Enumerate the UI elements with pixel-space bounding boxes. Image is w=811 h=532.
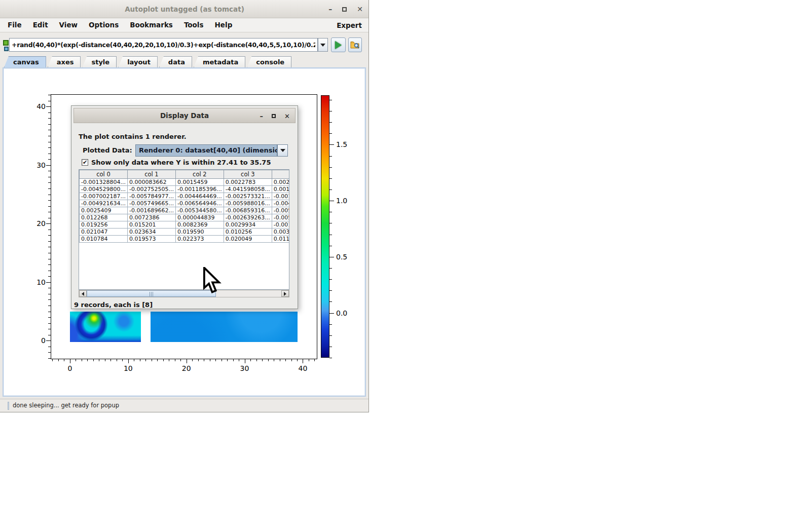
window-close-icon[interactable]: ✕	[357, 6, 363, 13]
column-header[interactable]: col 3	[224, 170, 272, 179]
x-axis-tick	[134, 359, 134, 361]
y-axis-tick	[48, 312, 51, 312]
y-axis-tick	[48, 276, 51, 277]
colorbar-tick	[329, 133, 332, 134]
menu-options[interactable]: Options	[83, 18, 124, 32]
column-header[interactable]: col 2	[175, 170, 224, 179]
x-axis-tick	[268, 359, 269, 361]
colorbar-tick	[329, 189, 332, 190]
y-axis-tick	[48, 299, 51, 300]
uri-input[interactable]	[9, 38, 318, 52]
scroll-track[interactable]	[87, 290, 281, 297]
table-row[interactable]: -0.007002187...-0.005784977...-0.0044644…	[80, 193, 290, 200]
table-cell: -0.005146240...	[272, 214, 289, 221]
expert-menu[interactable]: Expert	[337, 21, 369, 29]
y-axis-label: 10	[28, 278, 46, 286]
x-axis-tick	[140, 359, 140, 361]
y-axis-tick	[48, 101, 51, 101]
scroll-right-button[interactable]	[281, 290, 289, 297]
y-axis-tick	[48, 264, 51, 265]
table-cell: -0.004294298...	[272, 200, 289, 207]
dialog-minimize-icon[interactable]: –	[260, 112, 264, 120]
tab-data[interactable]: data	[159, 56, 192, 67]
menu-edit[interactable]: Edit	[27, 18, 54, 32]
x-axis-tick	[314, 359, 315, 361]
menu-bookmarks[interactable]: Bookmarks	[124, 18, 178, 32]
table-row[interactable]: -0.001328804...0.0000836620.00154590.002…	[80, 179, 290, 186]
table-cell: -0.005749665...	[127, 200, 175, 207]
renderer-combobox-arrow[interactable]	[277, 144, 288, 157]
dialog-close-icon[interactable]: ✕	[284, 112, 290, 120]
colorbar-label: 0.0	[336, 309, 347, 317]
tab-metadata[interactable]: metadata	[194, 56, 245, 67]
table-row[interactable]: 0.0122680.00723860.000044839-0.002639263…	[80, 214, 290, 221]
menu-tools[interactable]: Tools	[178, 18, 209, 32]
triangle-right-icon	[284, 292, 286, 296]
table-hscrollbar[interactable]	[79, 290, 289, 297]
x-axis-label: 40	[298, 364, 307, 372]
filter-checkbox-label: Show only data where Y is within 27.41 t…	[91, 159, 271, 166]
y-axis-tick	[48, 358, 51, 359]
table-row[interactable]: 0.0192560.0152010.00823690.0029934-0.001…	[80, 221, 290, 229]
data-table: col 0col 1col 2col 3col 4 -0.001328804..…	[79, 170, 289, 243]
menu-file[interactable]: File	[2, 18, 27, 32]
table-cell: -0.005784977...	[127, 193, 175, 200]
inspect-uri-button[interactable]	[348, 37, 362, 52]
y-axis-tick	[48, 323, 51, 324]
scroll-left-button[interactable]	[79, 290, 87, 297]
table-cell: -0.001333864...	[272, 221, 289, 229]
y-axis-tick	[48, 288, 51, 288]
table-row[interactable]: -0.004529800...-0.002752505...-0.0011853…	[80, 186, 290, 193]
x-axis-tick	[87, 359, 88, 361]
x-axis-tick	[192, 359, 193, 361]
window-maximize-icon[interactable]	[342, 7, 347, 12]
x-axis-tick	[169, 359, 169, 361]
dialog-title: Display Data	[160, 111, 209, 120]
tab-axes[interactable]: axes	[48, 56, 81, 67]
go-plot-button[interactable]	[331, 37, 346, 52]
renderer-combobox[interactable]: Renderer 0: dataset[40,40] (dimension...	[135, 144, 277, 157]
spectrogram-strip-right[interactable]	[151, 312, 298, 342]
plot-element-icon[interactable]	[3, 40, 9, 46]
colorbar-tick	[329, 279, 332, 280]
x-axis-label: 10	[124, 364, 133, 372]
filter-checkbox[interactable]: ✔	[82, 159, 88, 166]
y-axis-tick	[48, 159, 51, 160]
window-titlebar[interactable]: Autoplot untagged (as tomcat) – ✕	[0, 0, 369, 18]
window-minimize-icon[interactable]: –	[328, 6, 332, 13]
dialog-titlebar[interactable]: Display Data – ✕	[73, 108, 296, 123]
x-axis-tick	[227, 359, 228, 361]
table-row[interactable]: 0.0107840.0195730.0223730.0200490.011997…	[80, 236, 290, 243]
column-header[interactable]: col 4	[272, 170, 289, 179]
colorbar-tick	[329, 144, 334, 145]
uri-dropdown-button[interactable]	[318, 38, 328, 52]
y-axis-label: 20	[28, 219, 46, 227]
table-row[interactable]: 0.0025409-0.001689662...-0.005344580...-…	[80, 207, 290, 214]
table-cell: -0.001199077...	[272, 193, 289, 200]
y-axis-tick	[48, 317, 51, 318]
spectrogram-strip-left[interactable]	[70, 312, 141, 342]
menu-view[interactable]: View	[54, 18, 83, 32]
x-axis-tick	[303, 359, 303, 363]
dialog-maximize-icon[interactable]	[272, 114, 276, 118]
table-row[interactable]: -0.004921634...-0.005749665...-0.0065649…	[80, 200, 290, 207]
table-cell: 0.0015459	[175, 179, 224, 186]
column-header[interactable]: col 1	[127, 170, 175, 179]
tab-console[interactable]: console	[247, 56, 291, 67]
tab-canvas[interactable]: canvas	[4, 56, 46, 67]
table-cell: 0.019573	[127, 236, 175, 243]
column-header[interactable]: col 0	[80, 170, 128, 179]
tab-layout[interactable]: layout	[118, 56, 158, 67]
y-axis-tick	[46, 223, 51, 224]
menu-help[interactable]: Help	[209, 18, 238, 32]
data-source-icon[interactable]	[4, 47, 9, 51]
data-table-container[interactable]: col 0col 1col 2col 3col 4 -0.001328804..…	[79, 169, 289, 290]
scroll-thumb[interactable]	[87, 290, 216, 297]
x-axis-tick	[82, 359, 82, 361]
chevron-down-icon	[320, 44, 325, 47]
renderer-summary: The plot contains 1 renderer.	[79, 133, 187, 140]
table-cell: 0.023634	[127, 229, 175, 236]
table-row[interactable]: 0.0210470.0236340.0195900.0102560.003772…	[80, 229, 290, 236]
tab-style[interactable]: style	[82, 56, 117, 67]
records-summary: 9 records, each is [8]	[74, 301, 153, 309]
